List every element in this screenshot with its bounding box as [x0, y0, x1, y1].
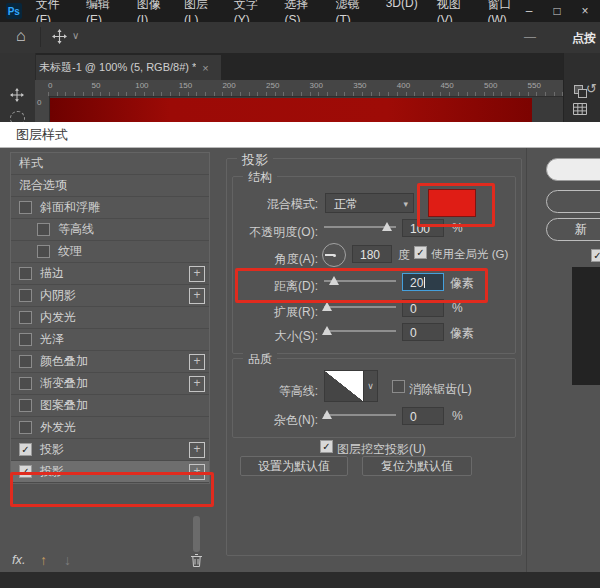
- ruler-tick: 550: [528, 81, 541, 90]
- fx-icon[interactable]: fx.: [12, 552, 26, 567]
- size-unit: 像素: [450, 325, 474, 342]
- style-item-label: 样式: [19, 155, 43, 172]
- noise-label: 杂色(N):: [226, 412, 318, 429]
- style-item[interactable]: 混合选项: [11, 175, 209, 197]
- move-effect-down-icon[interactable]: ↓: [64, 552, 71, 568]
- contour-thumbnail[interactable]: [324, 370, 364, 402]
- style-item[interactable]: 等高线: [11, 219, 209, 241]
- style-item[interactable]: ✓投影+: [11, 439, 209, 461]
- style-item-label: 内阴影: [40, 287, 76, 304]
- add-effect-icon[interactable]: +: [189, 266, 205, 282]
- style-item[interactable]: 纹理: [11, 241, 209, 263]
- chevron-down-icon: ▾: [403, 194, 408, 214]
- style-item[interactable]: 描边+: [11, 263, 209, 285]
- ruler-tick: 200: [222, 81, 235, 90]
- home-icon[interactable]: ⌂: [16, 27, 26, 45]
- style-item-label: 外发光: [40, 419, 76, 436]
- style-item[interactable]: 内发光: [11, 307, 209, 329]
- angle-input[interactable]: 180: [352, 245, 392, 263]
- document-tab[interactable]: 未标题-1 @ 100% (5, RGB/8#) * ×: [33, 55, 221, 80]
- list-scrollbar[interactable]: [193, 516, 200, 552]
- drop-shadow-panel-title: 投影: [237, 151, 273, 169]
- ruler-tick: 300: [310, 81, 323, 90]
- checkbox-unchecked[interactable]: [19, 399, 32, 412]
- style-item[interactable]: 外发光: [11, 417, 209, 439]
- tab-close-icon[interactable]: ×: [202, 62, 208, 74]
- style-item-label: 等高线: [58, 221, 94, 238]
- blend-mode-label: 混合模式:: [226, 196, 318, 213]
- ruler-tick: 50: [92, 81, 101, 90]
- chevron-down-icon[interactable]: ∨: [72, 30, 79, 41]
- style-item[interactable]: 内阴影+: [11, 285, 209, 307]
- effects-footer: fx. ↑ ↓: [12, 552, 208, 570]
- spread-label: 扩展(R):: [226, 304, 318, 321]
- cancel-button-partial[interactable]: [546, 190, 600, 213]
- antialias-checkbox[interactable]: [392, 380, 405, 393]
- dialog-divider: [526, 148, 527, 572]
- horizontal-ruler: 050100150200250300350400450500550: [35, 80, 563, 97]
- add-effect-icon[interactable]: +: [189, 354, 205, 370]
- minimize-button[interactable]: –: [522, 4, 536, 18]
- checkbox-unchecked[interactable]: [19, 311, 32, 324]
- opacity-slider[interactable]: [324, 220, 396, 234]
- history-arrow-icon[interactable]: ↺: [586, 81, 597, 96]
- checkbox-unchecked[interactable]: [19, 201, 32, 214]
- maximize-button[interactable]: □: [550, 4, 564, 18]
- new-style-button-partial[interactable]: 新: [546, 218, 600, 241]
- checkbox-unchecked[interactable]: [37, 245, 50, 258]
- add-effect-icon[interactable]: +: [189, 442, 205, 458]
- angle-dial[interactable]: [322, 243, 346, 267]
- contour-label: 等高线:: [226, 383, 318, 400]
- preview-thumbnail: [572, 267, 600, 385]
- style-item[interactable]: 光泽: [11, 329, 209, 351]
- options-hint-text: 点按: [572, 30, 596, 47]
- panel-history-icon[interactable]: [574, 85, 583, 94]
- set-default-button[interactable]: 设置为默认值: [240, 456, 348, 476]
- style-item[interactable]: 颜色叠加+: [11, 351, 209, 373]
- contour-dropdown-arrow[interactable]: ∨: [364, 370, 378, 402]
- antialias-label: 消除锯齿(L): [409, 381, 472, 398]
- checkbox-unchecked[interactable]: [37, 223, 50, 236]
- move-tool-icon[interactable]: [52, 29, 67, 47]
- checkbox-checked[interactable]: ✓: [19, 443, 32, 456]
- checkbox-unchecked[interactable]: [19, 289, 32, 302]
- add-effect-icon[interactable]: +: [189, 288, 205, 304]
- checkbox-unchecked[interactable]: [19, 355, 32, 368]
- style-item-label: 光泽: [40, 331, 64, 348]
- style-item[interactable]: 图案叠加: [11, 395, 209, 417]
- add-effect-icon[interactable]: +: [189, 376, 205, 392]
- quality-label: 品质: [243, 351, 277, 368]
- dialog-title[interactable]: 图层样式: [0, 122, 600, 148]
- ruler-tick: 400: [397, 81, 410, 90]
- style-item-label: 投影: [40, 441, 64, 458]
- style-item-label: 内发光: [40, 309, 76, 326]
- knockout-checkbox[interactable]: ✓: [320, 440, 333, 453]
- style-item-label: 纹理: [58, 243, 82, 260]
- blend-mode-dropdown[interactable]: 正常 ▾: [325, 193, 414, 213]
- options-bar: ⌂ ∨ — 点按: [0, 22, 600, 54]
- size-input[interactable]: 0: [402, 323, 444, 341]
- size-slider[interactable]: [324, 324, 396, 338]
- checkbox-unchecked[interactable]: [19, 333, 32, 346]
- checkbox-unchecked[interactable]: [19, 377, 32, 390]
- checkbox-unchecked[interactable]: [19, 421, 32, 434]
- style-item[interactable]: 渐变叠加+: [11, 373, 209, 395]
- close-button[interactable]: ×: [578, 4, 592, 18]
- style-item[interactable]: 斜面和浮雕: [11, 197, 209, 219]
- annotation-distance-row: [235, 268, 488, 303]
- noise-input[interactable]: 0: [402, 407, 444, 425]
- checkbox-unchecked[interactable]: [19, 267, 32, 280]
- ok-button-partial[interactable]: [546, 158, 600, 181]
- move-tool-icon[interactable]: [10, 88, 24, 105]
- move-effect-up-icon[interactable]: ↑: [40, 552, 47, 568]
- noise-slider[interactable]: [324, 408, 396, 422]
- preview-checkbox-partial[interactable]: ✓: [591, 249, 600, 262]
- delete-effect-icon[interactable]: [190, 553, 203, 571]
- ruler-tick: 0: [48, 81, 52, 90]
- style-item[interactable]: 样式: [11, 153, 209, 175]
- global-light-checkbox[interactable]: ✓: [414, 246, 427, 259]
- shadow-color-swatch[interactable]: [428, 189, 476, 217]
- size-label: 大小(S):: [226, 328, 318, 345]
- reset-default-button[interactable]: 复位为默认值: [362, 456, 472, 476]
- grid-panel-icon[interactable]: [573, 103, 587, 118]
